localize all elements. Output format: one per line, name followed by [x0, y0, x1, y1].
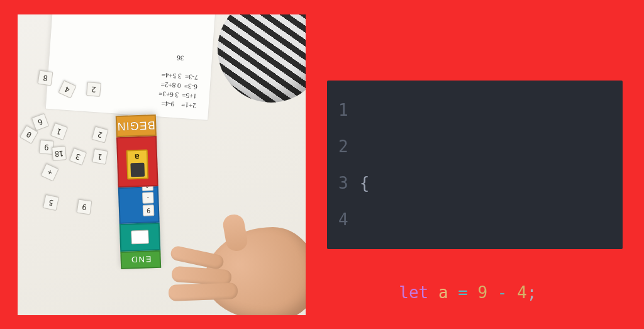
number-literal: 4 [517, 283, 527, 302]
number-literal: 9 [478, 283, 488, 302]
operator-equals: = [458, 283, 468, 302]
striped-sleeve [218, 12, 308, 103]
output-card [131, 230, 149, 244]
loose-tile: 2 [92, 126, 109, 143]
variable-label: a [135, 150, 140, 161]
semicolon: ; [527, 283, 537, 302]
code-panel: 1 2 3 4 { let a = 9 - 4; console.log(a);… [327, 81, 623, 249]
board-expression-segment: 9 - 4 [118, 186, 160, 223]
board-output-segment [119, 222, 160, 251]
expr-tile: 9 [143, 204, 155, 216]
variable-slot-icon [130, 162, 145, 177]
variable-tile: a [126, 149, 149, 179]
line-number-gutter: 1 2 3 4 [338, 92, 360, 238]
brace-open: { [360, 174, 370, 192]
loose-tile: 8 [38, 70, 53, 86]
line-number: 3 [338, 165, 348, 201]
hand-finger [169, 282, 238, 301]
board-variable-segment: a [116, 135, 158, 187]
line-number: 4 [338, 201, 348, 238]
line-number: 2 [338, 128, 348, 165]
board-begin-segment: BEGIN [116, 114, 157, 137]
line-number: 1 [338, 92, 348, 128]
keyword-let: let [399, 283, 428, 302]
code-line-2: let a = 9 - 4; [360, 274, 548, 311]
loose-tile: 5 [43, 194, 59, 210]
code-line-1: { [360, 165, 548, 201]
math-worksheet: 2+1= 9-4= 1+5= 3 6+3= 6-3= 0 8+2= 7-3= 3… [45, 12, 217, 121]
board-begin-label: BEGIN [116, 118, 155, 133]
loose-tile: 1 [92, 148, 108, 164]
operator-minus: - [497, 283, 508, 302]
loose-tile: 2 [86, 82, 101, 97]
expr-tile: - [142, 192, 154, 204]
loose-tile: 9 [77, 199, 92, 215]
loose-tile: + [40, 163, 58, 181]
loose-tile: 18 [52, 146, 67, 161]
identifier-a: a [438, 283, 448, 302]
loose-tile: 1 [50, 122, 68, 140]
code-source: { let a = 9 - 4; console.log(a); } [360, 92, 548, 238]
board-end-segment: END [120, 250, 161, 269]
photo-panel: 2+1= 9-4= 1+5= 3 6+3= 6-3= 0 8+2= 7-3= 3… [15, 12, 308, 318]
board-end-label: END [130, 254, 152, 264]
loose-tile: 3 [69, 147, 87, 165]
coding-board: END 9 - 4 a BEGIN [116, 114, 161, 269]
loose-tile: 6 [31, 113, 49, 130]
